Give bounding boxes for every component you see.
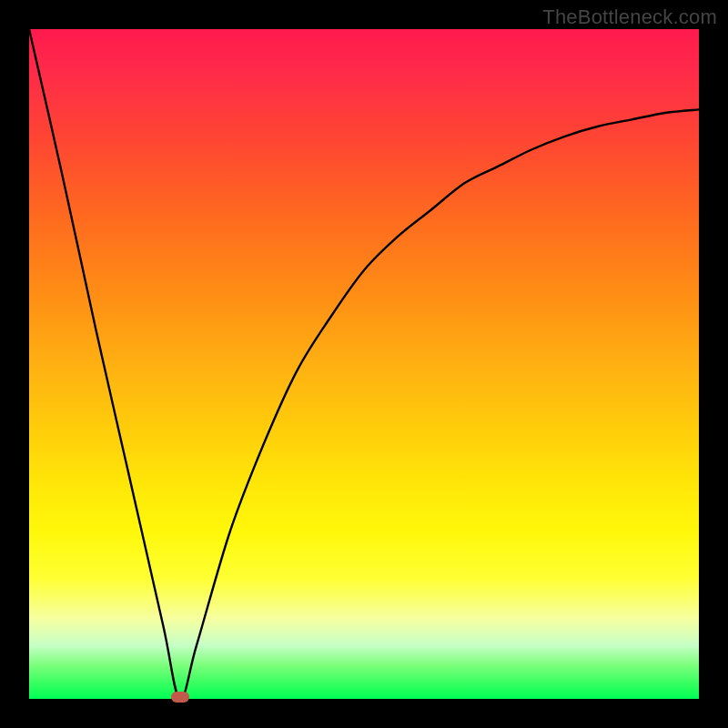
chart-frame: TheBottleneck.com [0, 0, 728, 728]
curve-path [29, 29, 699, 699]
minimum-marker [171, 692, 189, 703]
curve-svg [29, 29, 699, 699]
watermark-text: TheBottleneck.com [542, 5, 717, 29]
plot-area [29, 29, 699, 699]
